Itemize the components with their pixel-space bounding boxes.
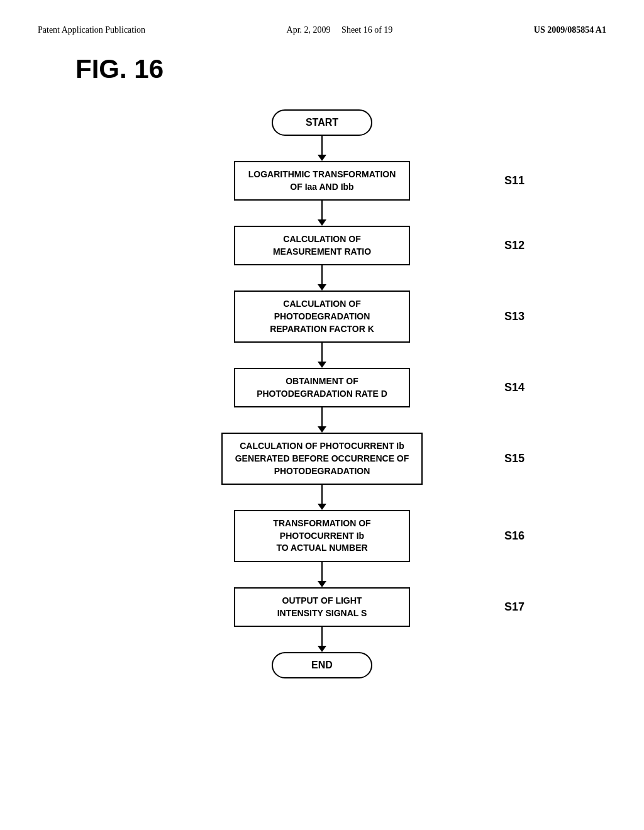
step-s14-label: S14	[504, 381, 525, 394]
arrow-s11-s12	[318, 201, 326, 226]
step-s15-label: S15	[504, 452, 525, 465]
arrow-line	[321, 562, 323, 581]
arrow-line	[321, 201, 323, 219]
step-s15-text: CALCULATION OF PHOTOCURRENT IbGENERATED …	[235, 441, 409, 475]
arrow-line	[321, 265, 323, 284]
arrow-head	[318, 219, 326, 226]
arrow-head	[318, 581, 326, 587]
start-node: START	[272, 109, 372, 136]
arrow-start-s11	[318, 136, 326, 161]
start-shape: START	[272, 109, 372, 136]
arrow-s13-s14	[318, 343, 326, 368]
arrow-head	[318, 155, 326, 161]
header-patent-number: US 2009/085854 A1	[534, 25, 606, 35]
step-s11-shape: LOGARITHMIC TRANSFORMATIONOF Iaa AND Ibb	[234, 161, 410, 201]
step-s11-label: S11	[504, 174, 525, 187]
step-s12-label: S12	[504, 239, 525, 252]
arrow-s12-s13	[318, 265, 326, 290]
end-node: END	[272, 652, 372, 678]
header-date: Apr. 2, 2009	[287, 25, 331, 35]
step-s17-label: S17	[504, 600, 525, 614]
header-sheet: Sheet 16 of 19	[341, 25, 392, 35]
step-s17-text: OUTPUT OF LIGHTINTENSITY SIGNAL S	[277, 595, 367, 618]
step-s17: OUTPUT OF LIGHTINTENSITY SIGNAL S S17	[38, 587, 606, 627]
arrow-s14-s15	[318, 407, 326, 433]
step-s13-shape: CALCULATION OFPHOTODEGRADATIONREPARATION…	[234, 290, 410, 343]
step-s12: CALCULATION OFMEASUREMENT RATIO S12	[38, 226, 606, 265]
step-s12-text: CALCULATION OFMEASUREMENT RATIO	[273, 234, 371, 257]
step-s12-shape: CALCULATION OFMEASUREMENT RATIO	[234, 226, 410, 265]
arrow-head	[318, 426, 326, 433]
step-s11: LOGARITHMIC TRANSFORMATIONOF Iaa AND Ibb…	[38, 161, 606, 201]
flowchart: START LOGARITHMIC TRANSFORMATIONOF Iaa A…	[38, 109, 606, 678]
step-s16-shape: TRANSFORMATION OFPHOTOCURRENT IbTO ACTUA…	[234, 510, 410, 562]
arrow-head	[318, 362, 326, 368]
arrow-line	[321, 407, 323, 426]
step-s14-shape: OBTAINMENT OFPHOTODEGRADATION RATE D	[234, 368, 410, 407]
step-s13: CALCULATION OFPHOTODEGRADATIONREPARATION…	[38, 290, 606, 343]
arrow-head	[318, 504, 326, 510]
step-s15-shape: CALCULATION OF PHOTOCURRENT IbGENERATED …	[221, 433, 423, 485]
arrow-line	[321, 627, 323, 646]
arrow-s17-end	[318, 627, 326, 652]
header-date-sheet: Apr. 2, 2009 Sheet 16 of 19	[287, 25, 393, 35]
end-shape: END	[272, 652, 372, 678]
arrow-s15-s16	[318, 485, 326, 510]
step-s13-text: CALCULATION OFPHOTODEGRADATIONREPARATION…	[270, 299, 374, 333]
arrow-head	[318, 646, 326, 652]
step-s15: CALCULATION OF PHOTOCURRENT IbGENERATED …	[38, 433, 606, 485]
figure-title: FIG. 16	[75, 54, 606, 84]
arrow-head	[318, 284, 326, 290]
step-s17-shape: OUTPUT OF LIGHTINTENSITY SIGNAL S	[234, 587, 410, 627]
arrow-line	[321, 485, 323, 504]
page: Patent Application Publication Apr. 2, 2…	[0, 0, 644, 830]
arrow-line	[321, 343, 323, 362]
header-publication-label: Patent Application Publication	[38, 25, 145, 35]
arrow-s16-s17	[318, 562, 326, 587]
arrow-line	[321, 136, 323, 155]
step-s14: OBTAINMENT OFPHOTODEGRADATION RATE D S14	[38, 368, 606, 407]
step-s16-text: TRANSFORMATION OFPHOTOCURRENT IbTO ACTUA…	[273, 518, 370, 553]
step-s13-label: S13	[504, 310, 525, 323]
step-s14-text: OBTAINMENT OFPHOTODEGRADATION RATE D	[257, 376, 387, 399]
step-s16: TRANSFORMATION OFPHOTOCURRENT IbTO ACTUA…	[38, 510, 606, 562]
page-header: Patent Application Publication Apr. 2, 2…	[38, 25, 606, 35]
step-s11-text: LOGARITHMIC TRANSFORMATIONOF Iaa AND Ibb	[248, 169, 396, 192]
step-s16-label: S16	[504, 529, 525, 543]
